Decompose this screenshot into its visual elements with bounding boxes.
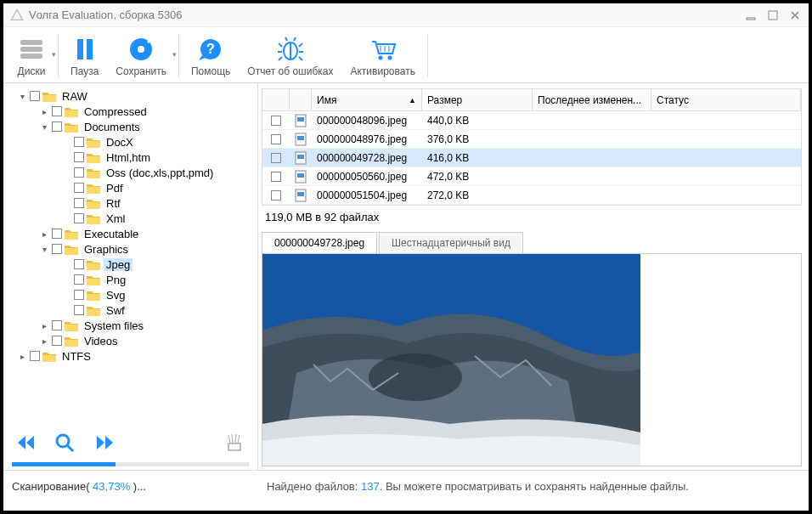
checkbox[interactable] bbox=[52, 121, 62, 132]
file-row[interactable]: 000000051504.jpeg272,0 KB bbox=[262, 186, 801, 205]
svg-rect-5 bbox=[77, 39, 83, 59]
tree-item-ntfs[interactable]: ▸NTFS bbox=[7, 348, 254, 364]
expand-icon[interactable]: ▾ bbox=[39, 245, 49, 254]
svg-rect-1 bbox=[769, 11, 777, 20]
checkbox[interactable] bbox=[74, 137, 84, 147]
checkbox[interactable] bbox=[74, 305, 84, 315]
checkbox[interactable] bbox=[52, 106, 62, 116]
expand-icon[interactable]: ▸ bbox=[17, 352, 27, 361]
checkbox[interactable] bbox=[30, 351, 40, 361]
expand-icon[interactable]: ▾ bbox=[17, 92, 27, 101]
checkbox[interactable] bbox=[52, 229, 62, 239]
svg-line-31 bbox=[232, 434, 233, 443]
checkbox[interactable] bbox=[74, 259, 84, 269]
files-summary: 119,0 MB в 92 файлах bbox=[258, 206, 809, 229]
expand-icon[interactable]: ▾ bbox=[39, 122, 49, 132]
tree-item-raw[interactable]: ▾RAW bbox=[7, 88, 254, 104]
tree-item-swf[interactable]: Swf bbox=[7, 302, 254, 318]
expand-icon[interactable]: ▸ bbox=[39, 321, 49, 330]
tree-item-html[interactable]: Html,htm bbox=[7, 150, 254, 165]
nav-last-icon[interactable] bbox=[93, 433, 116, 452]
tree-item-png[interactable]: Png bbox=[7, 272, 254, 287]
nav-search-icon[interactable] bbox=[54, 432, 76, 453]
bugreport-button[interactable]: Отчет об ошибках bbox=[239, 29, 341, 82]
tree-item-xml[interactable]: Xml bbox=[7, 211, 254, 226]
expand-icon[interactable]: ▸ bbox=[39, 107, 49, 116]
checkbox[interactable] bbox=[74, 213, 84, 223]
tree-item-executable[interactable]: ▸Executable bbox=[7, 226, 254, 241]
checkbox[interactable] bbox=[74, 290, 84, 300]
checkbox[interactable] bbox=[74, 274, 84, 285]
col-check[interactable] bbox=[262, 89, 290, 110]
file-size: 272,0 KB bbox=[422, 189, 533, 201]
checkbox[interactable] bbox=[271, 116, 281, 126]
tree-item-compressed[interactable]: ▸Compressed bbox=[7, 104, 254, 119]
right-panel: Имя▲ Размер Последнее изменен... Статус … bbox=[258, 83, 809, 470]
file-name: 000000049728.jpeg bbox=[312, 152, 422, 164]
tree-item-system[interactable]: ▸System files bbox=[7, 318, 254, 333]
tree-item-graphics[interactable]: ▾Graphics bbox=[7, 241, 254, 257]
svg-line-18 bbox=[279, 57, 282, 60]
image-preview bbox=[262, 253, 802, 466]
checkbox[interactable] bbox=[74, 198, 84, 208]
checkbox[interactable] bbox=[52, 320, 62, 330]
save-button[interactable]: Сохранить ▾ bbox=[107, 29, 175, 82]
checkbox[interactable] bbox=[271, 134, 281, 144]
file-row[interactable]: 000000049728.jpeg416,0 KB bbox=[262, 149, 801, 167]
tree-label: Executable bbox=[82, 228, 141, 240]
disks-button[interactable]: Диски ▾ bbox=[8, 29, 54, 82]
tree-item-svg[interactable]: Svg bbox=[7, 287, 254, 302]
file-name: 000000048096.jpeg bbox=[312, 115, 422, 127]
tree-item-pdf[interactable]: Pdf bbox=[7, 180, 254, 195]
checkbox[interactable] bbox=[271, 190, 281, 201]
svg-rect-29 bbox=[228, 443, 240, 450]
checkbox[interactable] bbox=[271, 153, 281, 163]
folder-tree[interactable]: ▾RAW▸Compressed▾DocumentsDocXHtml,htmOss… bbox=[7, 88, 254, 425]
tree-item-docx[interactable]: DocX bbox=[7, 134, 254, 150]
checkbox[interactable] bbox=[74, 183, 84, 193]
tree-label: DocX bbox=[104, 136, 136, 149]
tree-item-documents[interactable]: ▾Documents bbox=[7, 119, 254, 134]
col-status[interactable]: Статус bbox=[651, 89, 801, 110]
tree-item-jpeg[interactable]: Jpeg bbox=[7, 257, 254, 272]
checkbox[interactable] bbox=[30, 91, 40, 101]
col-modified[interactable]: Последнее изменен... bbox=[533, 89, 651, 110]
minimize-button[interactable] bbox=[744, 9, 758, 21]
help-button[interactable]: ? Помощь bbox=[183, 29, 239, 82]
tree-item-videos[interactable]: ▸Videos bbox=[7, 333, 254, 348]
checkbox[interactable] bbox=[52, 336, 62, 346]
activate-button[interactable]: Активировать bbox=[341, 29, 423, 82]
close-button[interactable] bbox=[788, 9, 802, 21]
tree-item-rtf[interactable]: Rtf bbox=[7, 195, 254, 211]
expand-icon[interactable]: ▸ bbox=[39, 229, 49, 239]
file-size: 416,0 KB bbox=[422, 152, 533, 164]
file-row[interactable]: 000000048976.jpeg376,0 KB bbox=[262, 130, 801, 149]
sort-asc-icon: ▲ bbox=[409, 96, 416, 104]
toolbar: Диски ▾ Пауза Сохранить ▾ ? Помощь Отчет… bbox=[3, 27, 809, 83]
svg-rect-6 bbox=[87, 39, 93, 59]
maximize-button[interactable] bbox=[766, 9, 780, 21]
checkbox[interactable] bbox=[52, 244, 62, 254]
tree-label: Pdf bbox=[104, 182, 126, 195]
col-name[interactable]: Имя▲ bbox=[312, 89, 422, 110]
tree-label: Compressed bbox=[82, 105, 149, 118]
pause-button[interactable]: Пауза bbox=[62, 29, 107, 82]
svg-line-32 bbox=[235, 434, 236, 443]
nav-first-icon[interactable] bbox=[15, 433, 37, 452]
expand-icon[interactable]: ▸ bbox=[39, 336, 49, 346]
file-row[interactable]: 000000048096.jpeg440,0 KB bbox=[262, 111, 801, 130]
checkbox[interactable] bbox=[271, 172, 281, 182]
tab-hex-view[interactable]: Шестнадцатеричный вид bbox=[379, 232, 523, 253]
tab-preview-file[interactable]: 000000049728.jpeg bbox=[262, 232, 377, 253]
file-row[interactable]: 000000050560.jpeg472,0 KB bbox=[262, 167, 801, 186]
tree-label: Swf bbox=[104, 304, 127, 317]
nav-clear-icon[interactable] bbox=[223, 432, 245, 454]
col-icon[interactable] bbox=[290, 89, 312, 110]
tree-item-oss[interactable]: Oss (doc,xls,ppt,pmd) bbox=[7, 165, 254, 180]
col-size[interactable]: Размер bbox=[422, 89, 533, 110]
left-panel: ▾RAW▸Compressed▾DocumentsDocXHtml,htmOss… bbox=[3, 83, 258, 470]
checkbox[interactable] bbox=[74, 152, 84, 162]
checkbox[interactable] bbox=[74, 167, 84, 178]
svg-point-22 bbox=[378, 55, 382, 59]
svg-line-14 bbox=[279, 43, 282, 47]
